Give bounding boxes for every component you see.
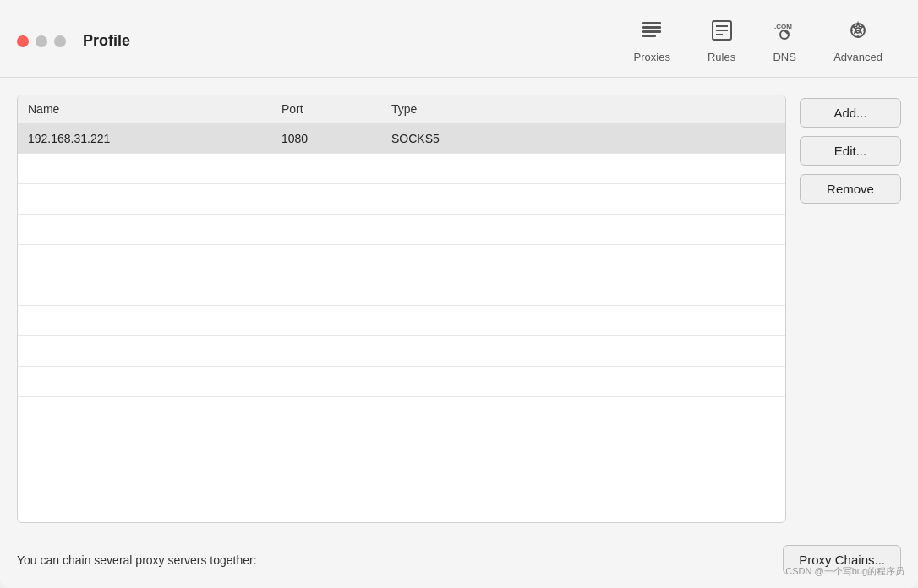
cell-type: SOCKS5 [391, 132, 775, 145]
rules-icon [710, 19, 734, 47]
table-row-empty-5[interactable] [18, 275, 785, 306]
sidebar-buttons: Add... Edit... Remove [800, 95, 901, 523]
maximize-button[interactable] [54, 35, 66, 47]
table-row-empty-2[interactable] [18, 184, 785, 215]
svg-point-9 [780, 30, 789, 39]
footer-text: You can chain several proxy servers toge… [17, 553, 766, 567]
table-row-empty-6[interactable] [18, 306, 785, 336]
col-header-port: Port [281, 102, 391, 116]
footer: You can chain several proxy servers toge… [0, 531, 918, 588]
advanced-icon [846, 19, 870, 47]
tab-rules[interactable]: Rules [689, 14, 754, 68]
window-controls [17, 35, 66, 47]
table-row[interactable]: 192.168.31.221 1080 SOCKS5 [18, 123, 785, 154]
cell-port: 1080 [281, 132, 391, 145]
add-button[interactable]: Add... [800, 98, 901, 128]
proxy-table: Name Port Type 192.168.31.221 1080 SOCKS… [17, 95, 786, 523]
table-row-empty-4[interactable] [18, 245, 785, 275]
minimize-button[interactable] [36, 35, 47, 47]
table-row-empty-8[interactable] [18, 367, 785, 397]
tab-proxies[interactable]: Proxies [615, 14, 689, 68]
table-row-empty-1[interactable] [18, 154, 785, 184]
cell-name: 192.168.31.221 [28, 132, 281, 145]
tab-rules-label: Rules [708, 51, 735, 63]
tab-dns[interactable]: .COM DNS [754, 14, 815, 68]
remove-button[interactable]: Remove [800, 174, 901, 204]
window-title: Profile [83, 32, 130, 50]
tab-advanced-label: Advanced [833, 51, 882, 63]
table-row-empty-3[interactable] [18, 215, 785, 245]
titlebar: Profile Proxies [0, 0, 918, 78]
toolbar: Proxies Rules .COM [615, 14, 901, 68]
proxies-icon [640, 19, 664, 47]
table-header: Name Port Type [18, 95, 785, 123]
svg-rect-0 [642, 22, 661, 24]
col-header-name: Name [28, 102, 281, 116]
main-content: Name Port Type 192.168.31.221 1080 SOCKS… [0, 78, 918, 523]
tab-proxies-label: Proxies [634, 51, 670, 63]
tab-dns-label: DNS [773, 51, 795, 63]
watermark: CSDN @一个写bug的程序员 [785, 565, 904, 578]
svg-rect-2 [642, 30, 661, 33]
table-body: 192.168.31.221 1080 SOCKS5 [18, 123, 785, 522]
svg-text:.COM: .COM [774, 23, 792, 30]
dns-icon: .COM [773, 19, 796, 47]
edit-button[interactable]: Edit... [800, 136, 901, 166]
table-row-empty-9[interactable] [18, 397, 785, 427]
tab-advanced[interactable]: Advanced [815, 14, 901, 68]
table-row-empty-7[interactable] [18, 336, 785, 367]
svg-rect-3 [642, 35, 656, 37]
svg-rect-1 [642, 26, 661, 29]
close-button[interactable] [17, 35, 29, 47]
col-header-type: Type [391, 102, 775, 116]
main-window: Profile Proxies [0, 0, 918, 588]
